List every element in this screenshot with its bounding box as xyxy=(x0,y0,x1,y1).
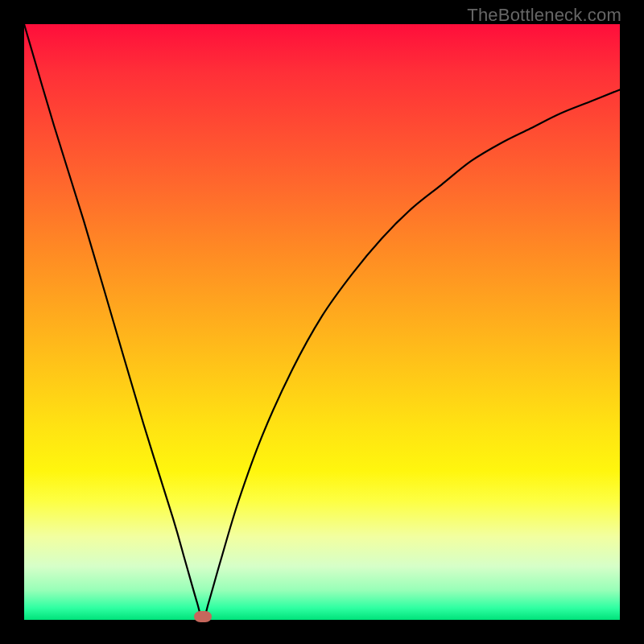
watermark-text: TheBottleneck.com xyxy=(467,5,621,26)
optimal-point-marker xyxy=(194,611,212,622)
chart-frame: TheBottleneck.com xyxy=(0,0,644,644)
plot-area xyxy=(24,24,620,620)
bottleneck-curve xyxy=(24,24,620,620)
curve-layer xyxy=(24,24,620,620)
